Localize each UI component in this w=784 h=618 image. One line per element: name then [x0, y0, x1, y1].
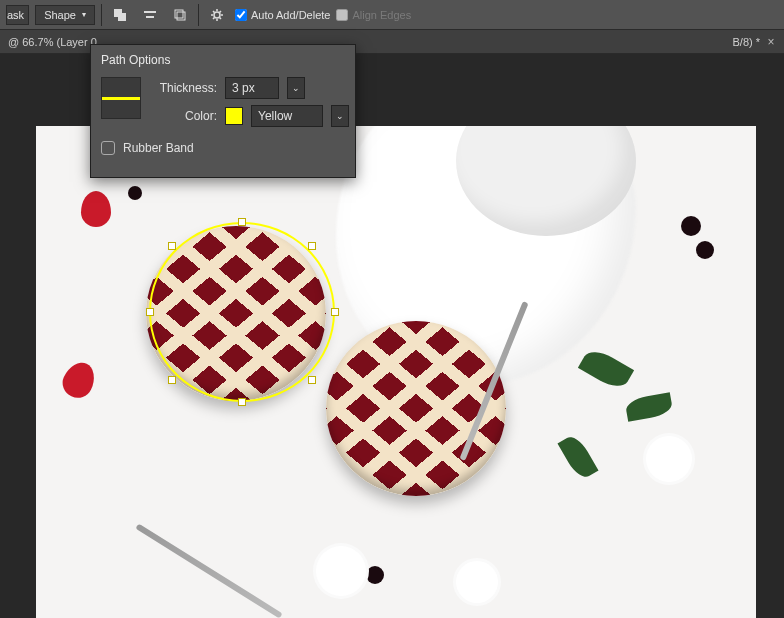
path-handle[interactable]: [238, 398, 246, 406]
fork: [135, 523, 282, 618]
strawberry: [58, 357, 100, 402]
flower: [646, 436, 692, 482]
path-align-icon[interactable]: [138, 4, 162, 26]
gear-icon[interactable]: [205, 4, 229, 26]
chevron-down-icon: ⌄: [292, 83, 300, 93]
thickness-input[interactable]: [225, 77, 279, 99]
chevron-down-icon: ⌄: [336, 111, 344, 121]
photo-content: [36, 126, 756, 618]
close-icon[interactable]: ×: [766, 37, 776, 47]
doc-title-right: B/8) *: [732, 36, 760, 48]
auto-add-delete-input[interactable]: [235, 9, 247, 21]
divider: [198, 4, 199, 26]
path-handle[interactable]: [168, 242, 176, 250]
strawberry: [81, 191, 111, 227]
panel-title: Path Options: [101, 53, 345, 67]
color-name: Yellow: [258, 109, 292, 123]
thickness-label: Thickness:: [153, 81, 217, 95]
align-edges-label: Align Edges: [352, 9, 411, 21]
svg-rect-2: [144, 11, 156, 13]
mask-button[interactable]: ask: [6, 5, 29, 25]
align-edges-checkbox: Align Edges: [336, 9, 411, 21]
color-swatch[interactable]: [225, 107, 243, 125]
auto-add-delete-checkbox[interactable]: Auto Add/Delete: [235, 9, 331, 21]
path-handle[interactable]: [308, 376, 316, 384]
path-combine-icon[interactable]: [108, 4, 132, 26]
svg-point-6: [214, 12, 220, 18]
blackberry: [681, 216, 701, 236]
auto-add-delete-label: Auto Add/Delete: [251, 9, 331, 21]
rubber-band-label: Rubber Band: [123, 141, 194, 155]
blackberry: [696, 241, 714, 259]
chevron-down-icon: ▾: [82, 10, 86, 19]
options-bar: ask Shape ▾ Auto Add/Delete Align Edges: [0, 0, 784, 30]
svg-rect-1: [118, 13, 126, 21]
rubber-band-checkbox[interactable]: Rubber Band: [101, 141, 345, 155]
leaf: [578, 345, 634, 393]
shape-dropdown[interactable]: Shape ▾: [35, 5, 95, 25]
svg-rect-4: [175, 10, 183, 18]
blackberry: [366, 566, 384, 584]
path-handle[interactable]: [168, 376, 176, 384]
divider: [101, 4, 102, 26]
doc-title-left: @ 66.7% (Layer 0: [8, 36, 97, 48]
color-label: Color:: [153, 109, 217, 123]
align-edges-input: [336, 9, 348, 21]
path-arrange-icon[interactable]: [168, 4, 192, 26]
path-handle[interactable]: [331, 308, 339, 316]
document-tab[interactable]: B/8) * ×: [732, 36, 776, 48]
shape-label: Shape: [44, 9, 76, 21]
document-canvas[interactable]: [36, 126, 756, 618]
flower: [456, 561, 498, 603]
mask-label: ask: [7, 9, 24, 21]
path-options-panel: Path Options Thickness: ⌄ Color: Yellow …: [90, 44, 356, 178]
flower: [316, 546, 366, 596]
svg-rect-5: [177, 12, 185, 20]
path-handle[interactable]: [238, 218, 246, 226]
svg-rect-3: [146, 16, 154, 18]
color-dropdown-arrow[interactable]: ⌄: [331, 105, 349, 127]
leaf: [557, 432, 598, 481]
blackberry: [128, 186, 142, 200]
color-dropdown[interactable]: Yellow: [251, 105, 323, 127]
preview-line: [102, 97, 140, 100]
rubber-band-input[interactable]: [101, 141, 115, 155]
path-handle[interactable]: [146, 308, 154, 316]
thickness-stepper[interactable]: ⌄: [287, 77, 305, 99]
path-preview: [101, 77, 141, 119]
leaf: [624, 392, 673, 422]
path-handle[interactable]: [308, 242, 316, 250]
